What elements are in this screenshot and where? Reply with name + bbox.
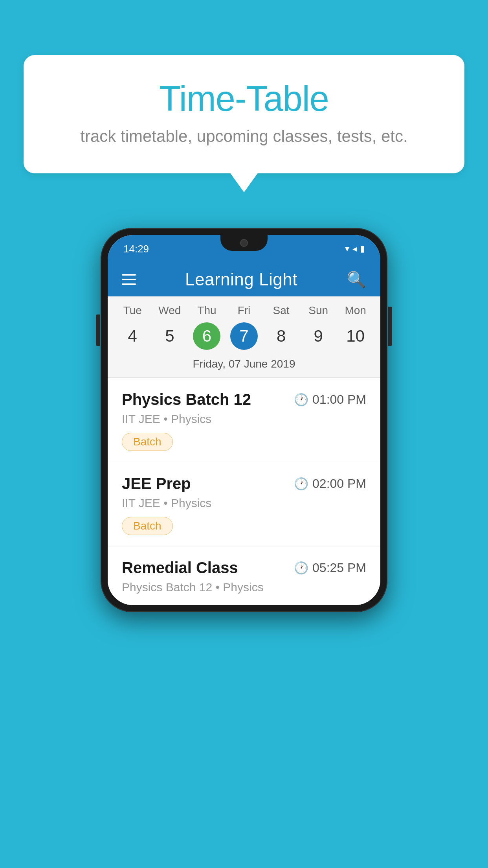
hamburger-line-1: [122, 274, 136, 276]
event-name-3: Remedial Class: [122, 559, 238, 577]
event-header-2: JEE Prep 🕐 02:00 PM: [122, 475, 366, 493]
date-9[interactable]: 9: [300, 322, 337, 350]
phone-screen: 14:29 ▾ ◂ ▮ Learning Light 🔍: [108, 235, 380, 605]
day-mon: Mon: [337, 304, 374, 317]
calendar-strip: Tue Wed Thu Fri Sat Sun Mon 4 5: [108, 296, 380, 378]
date-8[interactable]: 8: [262, 322, 300, 350]
app-header: Learning Light 🔍: [108, 263, 380, 296]
event-time-2: 🕐 02:00 PM: [294, 476, 366, 491]
event-meta-1: IIT JEE • Physics: [122, 412, 366, 426]
event-name-1: Physics Batch 12: [122, 391, 251, 408]
batch-badge-2: Batch: [122, 517, 173, 535]
clock-icon-1: 🕐: [294, 393, 308, 406]
day-fri: Fri: [226, 304, 263, 317]
batch-badge-1: Batch: [122, 433, 173, 451]
search-button[interactable]: 🔍: [347, 270, 366, 289]
event-item-1[interactable]: Physics Batch 12 🕐 01:00 PM IIT JEE • Ph…: [108, 378, 380, 462]
days-row: Tue Wed Thu Fri Sat Sun Mon: [108, 296, 380, 321]
day-sun: Sun: [300, 304, 337, 317]
day-tue: Tue: [114, 304, 151, 317]
event-time-3: 🕐 05:25 PM: [294, 561, 366, 575]
phone-outer: 14:29 ▾ ◂ ▮ Learning Light 🔍: [101, 228, 387, 612]
event-meta-3: Physics Batch 12 • Physics: [122, 581, 366, 594]
event-meta-2: IIT JEE • Physics: [122, 497, 366, 510]
event-time-value-3: 05:25 PM: [312, 561, 366, 575]
app-title: Learning Light: [185, 270, 297, 289]
speech-bubble-subtitle: track timetable, upcoming classes, tests…: [55, 127, 433, 146]
clock-icon-3: 🕐: [294, 561, 308, 575]
speech-bubble-title: Time-Table: [55, 79, 433, 119]
speech-bubble: Time-Table track timetable, upcoming cla…: [24, 55, 464, 173]
date-10[interactable]: 10: [337, 322, 374, 350]
status-icons: ▾ ◂ ▮: [345, 244, 365, 254]
hamburger-menu-button[interactable]: [122, 274, 136, 285]
selected-date-label: Friday, 07 June 2019: [108, 356, 380, 377]
battery-icon: ▮: [360, 244, 365, 254]
event-header-1: Physics Batch 12 🕐 01:00 PM: [122, 391, 366, 408]
event-list: Physics Batch 12 🕐 01:00 PM IIT JEE • Ph…: [108, 378, 380, 605]
event-time-value-1: 01:00 PM: [312, 392, 366, 407]
status-time: 14:29: [123, 243, 149, 255]
speech-bubble-container: Time-Table track timetable, upcoming cla…: [24, 55, 464, 192]
wifi-icon: ▾: [345, 244, 349, 254]
event-name-2: JEE Prep: [122, 475, 191, 493]
camera: [240, 239, 248, 247]
signal-icon: ◂: [352, 244, 357, 254]
event-time-1: 🕐 01:00 PM: [294, 392, 366, 407]
hamburger-line-3: [122, 283, 136, 285]
status-bar: 14:29 ▾ ◂ ▮: [108, 235, 380, 263]
speech-bubble-arrow: [230, 173, 258, 192]
date-7-selected[interactable]: 7: [226, 322, 263, 350]
event-item-2[interactable]: JEE Prep 🕐 02:00 PM IIT JEE • Physics Ba…: [108, 462, 380, 546]
date-6-today[interactable]: 6: [188, 322, 226, 350]
day-sat: Sat: [262, 304, 300, 317]
day-wed: Wed: [151, 304, 189, 317]
hamburger-line-2: [122, 279, 136, 280]
phone-mockup: 14:29 ▾ ◂ ▮ Learning Light 🔍: [101, 228, 387, 612]
notch: [220, 235, 268, 251]
date-4[interactable]: 4: [114, 322, 151, 350]
day-thu: Thu: [188, 304, 226, 317]
date-5[interactable]: 5: [151, 322, 189, 350]
event-item-3[interactable]: Remedial Class 🕐 05:25 PM Physics Batch …: [108, 546, 380, 605]
dates-row: 4 5 6 7 8 9: [108, 321, 380, 356]
event-time-value-2: 02:00 PM: [312, 476, 366, 491]
event-header-3: Remedial Class 🕐 05:25 PM: [122, 559, 366, 577]
clock-icon-2: 🕐: [294, 477, 308, 491]
